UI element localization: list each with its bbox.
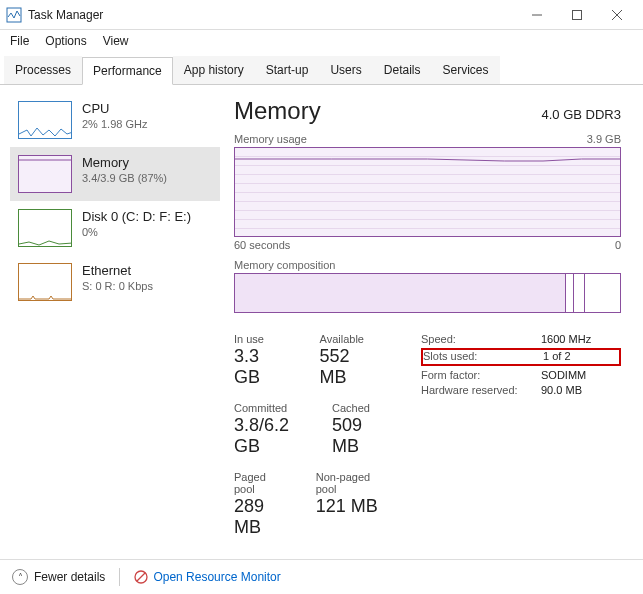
close-button[interactable]	[597, 1, 637, 29]
reserved-label: Hardware reserved:	[421, 384, 541, 396]
slots-row-highlight: Slots used: 1 of 2	[421, 348, 621, 366]
menu-file[interactable]: File	[10, 34, 29, 48]
footer-divider	[119, 568, 120, 586]
orm-label: Open Resource Monitor	[153, 570, 280, 584]
fewer-details-label: Fewer details	[34, 570, 105, 584]
memory-title: Memory	[82, 155, 167, 170]
window-title: Task Manager	[28, 8, 517, 22]
comp-modified	[566, 274, 574, 312]
cached-label: Cached	[332, 402, 381, 414]
tab-processes[interactable]: Processes	[4, 56, 82, 84]
in-use-label: In use	[234, 333, 290, 345]
cpu-title: CPU	[82, 101, 147, 116]
disk-title: Disk 0 (C: D: F: E:)	[82, 209, 191, 224]
minimize-button[interactable]	[517, 1, 557, 29]
comp-standby	[574, 274, 586, 312]
footer-bar: ˄ Fewer details Open Resource Monitor	[0, 559, 643, 594]
tab-app-history[interactable]: App history	[173, 56, 255, 84]
tab-services[interactable]: Services	[431, 56, 499, 84]
open-resource-monitor-link[interactable]: Open Resource Monitor	[134, 570, 280, 584]
tab-performance[interactable]: Performance	[82, 57, 173, 85]
nonpaged-label: Non-paged pool	[316, 471, 381, 495]
speed-label: Speed:	[421, 333, 541, 345]
in-use-value: 3.3 GB	[234, 346, 290, 388]
sidebar-item-memory[interactable]: Memory 3.4/3.9 GB (87%)	[10, 147, 220, 201]
composition-label: Memory composition	[234, 259, 335, 271]
ethernet-title: Ethernet	[82, 263, 153, 278]
usage-chart-label: Memory usage	[234, 133, 307, 145]
sidebar-item-ethernet[interactable]: Ethernet S: 0 R: 0 Kbps	[10, 255, 220, 309]
reserved-value: 90.0 MB	[541, 384, 611, 396]
cpu-thumb-icon	[18, 101, 72, 139]
task-manager-icon	[6, 7, 22, 23]
paged-label: Paged pool	[234, 471, 286, 495]
comp-in-use	[235, 274, 566, 312]
performance-sidebar: CPU 2% 1.98 GHz Memory 3.4/3.9 GB (87%) …	[10, 93, 220, 543]
memory-sub: 3.4/3.9 GB (87%)	[82, 172, 167, 184]
memory-spec: 4.0 GB DDR3	[542, 107, 621, 122]
tab-details[interactable]: Details	[373, 56, 432, 84]
comp-free	[585, 274, 620, 312]
committed-value: 3.8/6.2 GB	[234, 415, 302, 457]
ethernet-thumb-icon	[18, 263, 72, 301]
sidebar-item-cpu[interactable]: CPU 2% 1.98 GHz	[10, 93, 220, 147]
resource-monitor-icon	[134, 570, 148, 584]
ethernet-sub: S: 0 R: 0 Kbps	[82, 280, 153, 292]
slots-value: 1 of 2	[543, 350, 613, 362]
disk-sub: 0%	[82, 226, 191, 238]
title-bar: Task Manager	[0, 0, 643, 30]
fewer-details-button[interactable]: ˄ Fewer details	[12, 569, 105, 585]
svg-line-7	[137, 573, 145, 581]
chevron-up-icon: ˄	[12, 569, 28, 585]
axis-left: 60 seconds	[234, 239, 290, 251]
usage-chart-max: 3.9 GB	[587, 133, 621, 145]
menu-view[interactable]: View	[103, 34, 129, 48]
menu-bar: File Options View	[0, 30, 643, 52]
tab-bar: Processes Performance App history Start-…	[0, 56, 643, 85]
tab-users[interactable]: Users	[319, 56, 372, 84]
cached-value: 509 MB	[332, 415, 381, 457]
page-title: Memory	[234, 97, 321, 125]
memory-usage-chart	[234, 147, 621, 237]
speed-value: 1600 MHz	[541, 333, 611, 345]
slots-label: Slots used:	[423, 350, 543, 362]
available-value: 552 MB	[320, 346, 381, 388]
paged-value: 289 MB	[234, 496, 286, 538]
content-area: CPU 2% 1.98 GHz Memory 3.4/3.9 GB (87%) …	[0, 85, 643, 543]
maximize-button[interactable]	[557, 1, 597, 29]
detail-panel: Memory 4.0 GB DDR3 Memory usage 3.9 GB 6…	[220, 93, 633, 543]
menu-options[interactable]: Options	[45, 34, 86, 48]
tab-start-up[interactable]: Start-up	[255, 56, 320, 84]
form-value: SODIMM	[541, 369, 611, 381]
cpu-sub: 2% 1.98 GHz	[82, 118, 147, 130]
form-label: Form factor:	[421, 369, 541, 381]
stats-area: In use 3.3 GB Available 552 MB Committed…	[234, 333, 621, 552]
memory-composition-chart	[234, 273, 621, 313]
memory-thumb-icon	[18, 155, 72, 193]
sidebar-item-disk[interactable]: Disk 0 (C: D: F: E:) 0%	[10, 201, 220, 255]
window-controls	[517, 1, 637, 29]
disk-thumb-icon	[18, 209, 72, 247]
axis-right: 0	[615, 239, 621, 251]
nonpaged-value: 121 MB	[316, 496, 381, 517]
svg-rect-2	[573, 10, 582, 19]
available-label: Available	[320, 333, 381, 345]
committed-label: Committed	[234, 402, 302, 414]
